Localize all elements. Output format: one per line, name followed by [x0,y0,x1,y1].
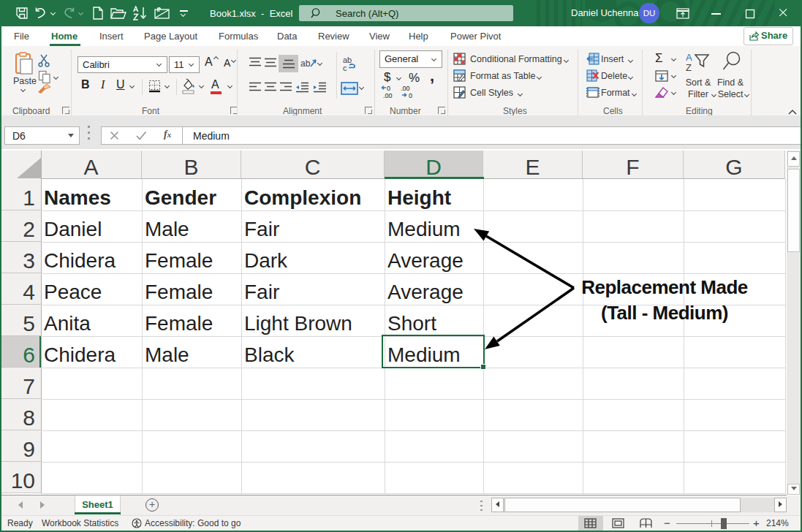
svg-text:0: 0 [387,85,390,92]
svg-text:Z: Z [686,62,692,72]
svg-text:.00: .00 [383,92,393,99]
svg-text:0: 0 [409,92,412,99]
svg-text:c: c [343,64,347,72]
svg-text:ab: ab [300,58,311,69]
svg-text:A: A [686,52,692,63]
svg-text:.00: .00 [401,85,410,92]
